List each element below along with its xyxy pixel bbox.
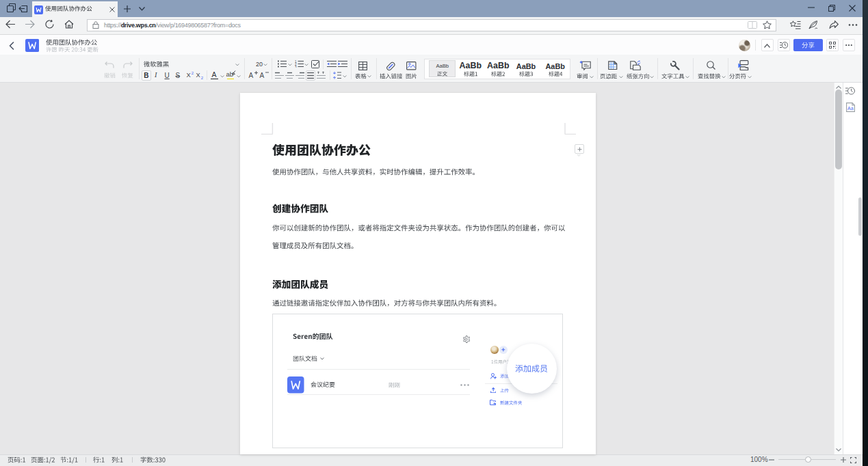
svg-text:3: 3 [295,66,297,68]
svg-text:Aa: Aa [847,106,854,111]
